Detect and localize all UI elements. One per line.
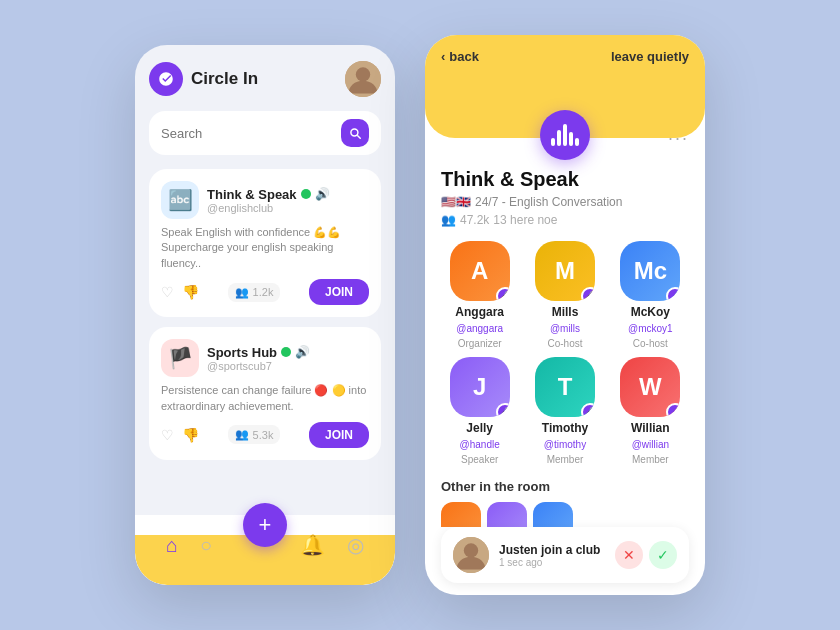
svg-point-1: [356, 67, 370, 81]
mic-off-timothy: 🎤: [581, 403, 595, 417]
members-icon-sports: 👥: [235, 428, 249, 441]
nav-check-icon[interactable]: ○: [200, 534, 212, 557]
accept-button[interactable]: ✓: [649, 541, 677, 569]
back-button[interactable]: ‹ back: [441, 49, 479, 64]
card-title-sports: Sports Hub 🔊: [207, 345, 369, 360]
card-icon-think-speak: 🔤: [161, 181, 199, 219]
card-handle-sports: @sportscub7: [207, 360, 369, 372]
card-sports-hub: 🏴 Sports Hub 🔊 @sportscub7 Persistence c…: [149, 327, 381, 460]
room-subtitle: 🇺🇸🇬🇧 24/7 - English Conversation: [441, 195, 622, 209]
notification-actions: ✕ ✓: [615, 541, 677, 569]
user-avatar[interactable]: [345, 61, 381, 97]
card-icon-sports-hub: 🏴: [161, 339, 199, 377]
other-section-title: Other in the room: [441, 479, 689, 494]
app-logo: Circle In: [149, 62, 258, 96]
reject-button[interactable]: ✕: [615, 541, 643, 569]
speaker-anggara: A 🎤 Anggara @anggara Organizer: [441, 241, 518, 349]
other-avatar-1: [441, 502, 481, 527]
verified-badge-sports: [281, 347, 291, 357]
notification-text: Justen join a club 1 sec ago: [499, 543, 605, 568]
logo-icon: [149, 62, 183, 96]
mic-off-willian: 🎤: [666, 403, 680, 417]
card-think-speak: 🔤 Think & Speak 🔊 @englishclub Speak Eng…: [149, 169, 381, 317]
notif-time: 1 sec ago: [499, 557, 605, 568]
dislike-icon-sports[interactable]: 👎: [182, 427, 199, 443]
app-name: Circle In: [191, 69, 258, 89]
card-description-sports: Persistence can change failure 🔴 🟡 into …: [161, 383, 369, 414]
left-phone: Circle In 🔤: [135, 45, 395, 585]
nav-target-icon[interactable]: ◎: [347, 533, 364, 557]
other-avatars: [441, 502, 689, 527]
like-icon[interactable]: ♡: [161, 284, 174, 300]
room-stats: 👥 47.2k 13 here noe: [441, 213, 622, 227]
bottom-nav: + ⌂ ○ 🔔 ◎: [135, 515, 395, 585]
more-options-button[interactable]: ···: [668, 138, 689, 149]
mic-off-mckoy: 🎤: [666, 287, 680, 301]
members-count-sports: 👥 5.3k: [228, 425, 281, 444]
nav-home-icon[interactable]: ⌂: [166, 534, 178, 557]
notif-message: Justen join a club: [499, 543, 605, 557]
audio-icon: [540, 110, 590, 160]
room-content: Think & Speak 🇺🇸🇬🇧 24/7 - English Conver…: [425, 138, 705, 527]
speaker-timothy: T 🎤 Timothy @timothy Member: [526, 357, 603, 465]
dislike-icon[interactable]: 👎: [182, 284, 199, 300]
speaker-jelly: J 🎤 Jelly @handle Speaker: [441, 357, 518, 465]
join-button-think-speak[interactable]: JOIN: [309, 279, 369, 305]
room-header: ‹ back leave quietly: [425, 35, 705, 138]
speaker-icon: 🔊: [315, 187, 330, 201]
card-title: Think & Speak 🔊: [207, 187, 369, 202]
search-button[interactable]: [341, 119, 369, 147]
speaker-icon-sports: 🔊: [295, 345, 310, 359]
nav-bell-icon[interactable]: 🔔: [300, 533, 325, 557]
back-chevron-icon: ‹: [441, 49, 445, 64]
room-title: Think & Speak: [441, 168, 622, 191]
verified-badge: [301, 189, 311, 199]
left-header: Circle In: [149, 61, 381, 97]
leave-button[interactable]: leave quietly: [611, 49, 689, 64]
mic-off-mills: 🎤: [581, 287, 595, 301]
speaker-mckoy: Mc 🎤 McKoy @mckoy1 Co-host: [612, 241, 689, 349]
members-count: 👥 1.2k: [228, 283, 281, 302]
notif-avatar: [453, 537, 489, 573]
card-description: Speak English with confidence 💪💪 Superch…: [161, 225, 369, 271]
other-avatar-2: [487, 502, 527, 527]
card-handle: @englishclub: [207, 202, 369, 214]
mic-off-jelly: 🎤: [496, 403, 510, 417]
speaker-willian: W 🎤 Willian @willian Member: [612, 357, 689, 465]
other-avatar-3: [533, 502, 573, 527]
search-input[interactable]: [161, 126, 333, 141]
notification-bar: Justen join a club 1 sec ago ✕ ✓: [441, 527, 689, 583]
members-icon-room: 👥: [441, 213, 456, 227]
speakers-grid: A 🎤 Anggara @anggara Organizer M 🎤 Mills…: [441, 241, 689, 465]
members-icon: 👥: [235, 286, 249, 299]
mic-off-badge: 🎤: [496, 287, 510, 301]
like-icon-sports[interactable]: ♡: [161, 427, 174, 443]
speaker-mills: M 🎤 Mills @mills Co-host: [526, 241, 603, 349]
join-button-sports[interactable]: JOIN: [309, 422, 369, 448]
right-phone: ‹ back leave quietly Think & Speak 🇺🇸🇬🇧 …: [425, 35, 705, 595]
svg-point-3: [464, 543, 478, 557]
room-nav: ‹ back leave quietly: [441, 49, 689, 64]
search-bar[interactable]: [149, 111, 381, 155]
